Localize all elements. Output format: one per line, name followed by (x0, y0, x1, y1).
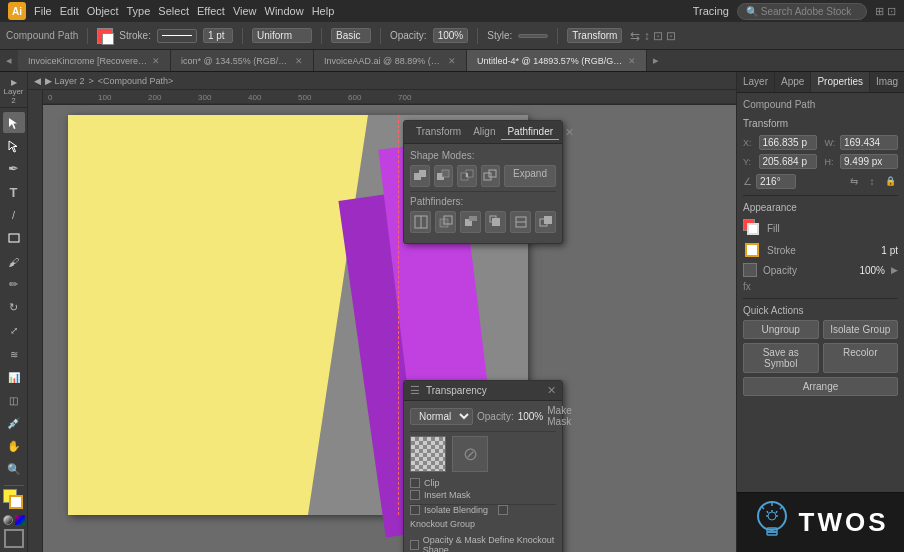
artboard-icon[interactable] (4, 529, 24, 548)
shape-tool[interactable] (3, 228, 25, 249)
blend-mode-select[interactable]: Normal (410, 408, 473, 425)
tab-appe[interactable]: Appe (775, 72, 811, 92)
tab-layer[interactable]: Layer (737, 72, 775, 92)
isolate-group-btn[interactable]: Isolate Group (823, 320, 899, 339)
divide-btn[interactable] (410, 211, 431, 233)
direct-selection-tool[interactable] (3, 135, 25, 156)
stroke-icon[interactable] (743, 241, 761, 259)
canvas-inner[interactable]: Transform Align Pathfinder ✕ Shape Modes… (43, 105, 736, 552)
menu-item-object[interactable]: Object (87, 5, 119, 17)
tab-pathfinder[interactable]: Pathfinder (501, 124, 559, 140)
intersect-btn[interactable] (457, 165, 477, 187)
breadcrumb-back[interactable]: ◀ (34, 76, 41, 86)
pencil-tool[interactable]: ✏ (3, 274, 25, 295)
opacity-value[interactable]: 100% (433, 28, 469, 43)
minus-front-btn[interactable] (434, 165, 454, 187)
knockout-group-checkbox[interactable] (498, 505, 508, 515)
tab-align[interactable]: Align (467, 124, 501, 140)
canvas-area[interactable]: ◀ ▶ Layer 2 > <Compound Path> 0 100 200 … (28, 72, 736, 552)
opacity-value[interactable]: 100% (518, 411, 544, 422)
crop-btn[interactable] (485, 211, 506, 233)
recolor-btn[interactable]: Recolor (823, 343, 899, 373)
insert-mask-checkbox[interactable] (410, 490, 420, 500)
graph-tool[interactable]: 📊 (3, 367, 25, 388)
arrange-btn[interactable]: Arrange (743, 377, 898, 396)
eyedropper-tool[interactable]: 💉 (3, 413, 25, 434)
color-icon[interactable] (15, 515, 25, 525)
expand-btn[interactable]: Expand (504, 165, 556, 187)
transparency-menu[interactable]: ☰ (410, 384, 420, 397)
tab-3[interactable]: Untitled-4* @ 14893.57% (RGB/GPU Preview… (467, 50, 647, 71)
selection-tool[interactable] (3, 112, 25, 133)
tab-1-close[interactable]: ✕ (295, 56, 303, 66)
line-tool[interactable]: / (3, 205, 25, 226)
tab-0[interactable]: InvoiceKincrome [Recovered].ai* ✕ (18, 50, 171, 71)
tab-nav-left[interactable]: ◂ (0, 50, 18, 71)
type-tool[interactable]: T (3, 181, 25, 202)
rotate-tool[interactable]: ↻ (3, 297, 25, 318)
menu-item-edit[interactable]: Edit (60, 5, 79, 17)
transparency-close[interactable]: ✕ (547, 384, 556, 397)
flip-h-icon[interactable]: ⇆ (846, 173, 862, 189)
menu-item-type[interactable]: Type (127, 5, 151, 17)
stroke-value[interactable]: 1 pt (203, 28, 233, 43)
hand-tool[interactable]: ✋ (3, 436, 25, 457)
zoom-tool[interactable]: 🔍 (3, 459, 25, 480)
tab-3-close[interactable]: ✕ (628, 56, 636, 66)
tab-properties[interactable]: Properties (811, 72, 870, 92)
trim-btn[interactable] (435, 211, 456, 233)
pathfinder-close[interactable]: ✕ (565, 126, 574, 139)
paintbrush-tool[interactable]: 🖌 (3, 251, 25, 272)
uniform-label[interactable]: Uniform (252, 28, 312, 43)
constrain-icon[interactable]: 🔒 (882, 173, 898, 189)
merge-btn[interactable] (460, 211, 481, 233)
menu-item-select[interactable]: Select (158, 5, 189, 17)
tracing-workspace[interactable]: Tracing (693, 5, 729, 17)
save-as-symbol-btn[interactable]: Save as Symbol (743, 343, 819, 373)
style-value[interactable] (518, 34, 548, 38)
warp-tool[interactable]: ≋ (3, 344, 25, 365)
clip-checkbox[interactable] (410, 478, 420, 488)
w-input[interactable] (840, 135, 898, 150)
menu-item-file[interactable]: File (34, 5, 52, 17)
tab-transform[interactable]: Transform (410, 124, 467, 140)
fill-row: Fill (743, 219, 898, 237)
fill-swatch[interactable] (97, 28, 113, 44)
tab-1[interactable]: icon* @ 134.55% (RGB/C... ✕ (171, 50, 314, 71)
ungroup-btn[interactable]: Ungroup (743, 320, 819, 339)
tab-imag[interactable]: Imag (870, 72, 904, 92)
scale-tool[interactable]: ⤢ (3, 320, 25, 341)
search-box[interactable]: 🔍 Search Adobe Stock (737, 3, 867, 20)
flip-v-icon[interactable]: ↕ (864, 173, 880, 189)
minus-back-btn[interactable] (535, 211, 556, 233)
fill-stroke-indicator[interactable] (3, 489, 25, 510)
y-input[interactable] (759, 154, 817, 169)
tab-2[interactable]: InvoiceAAD.ai @ 88.89% (RGB/Pre... ✕ (314, 50, 467, 71)
tab-0-close[interactable]: ✕ (152, 56, 160, 66)
angle-input[interactable] (756, 174, 796, 189)
h-input[interactable] (840, 154, 898, 169)
pathfinder-tabs: Transform Align Pathfinder (410, 124, 559, 140)
pen-tool[interactable]: ✒ (3, 158, 25, 179)
transform-btn[interactable]: Transform (567, 28, 622, 43)
menu-item-view[interactable]: View (233, 5, 257, 17)
opacity-mask-checkbox[interactable] (410, 540, 419, 550)
tab-nav-right[interactable]: ▸ (647, 50, 665, 71)
opacity-value-rp[interactable]: 100% (859, 265, 885, 276)
opacity-chevron[interactable]: ▶ (891, 265, 898, 275)
gradient-tool[interactable]: ◫ (3, 390, 25, 411)
exclude-btn[interactable] (481, 165, 501, 187)
menu-item-help[interactable]: Help (312, 5, 335, 17)
unite-btn[interactable] (410, 165, 430, 187)
make-mask-label: Make Mask (547, 405, 571, 427)
tab-2-close[interactable]: ✕ (448, 56, 456, 66)
stroke-value-rp[interactable]: 1 pt (881, 245, 898, 256)
menu-item-effect[interactable]: Effect (197, 5, 225, 17)
menu-item-window[interactable]: Window (265, 5, 304, 17)
x-input[interactable] (759, 135, 817, 150)
outline-btn[interactable] (510, 211, 531, 233)
fill-stroke-icon[interactable] (743, 219, 761, 237)
isolate-blending-checkbox[interactable] (410, 505, 420, 515)
none-icon[interactable] (3, 515, 13, 525)
fx-label[interactable]: fx (743, 281, 898, 292)
